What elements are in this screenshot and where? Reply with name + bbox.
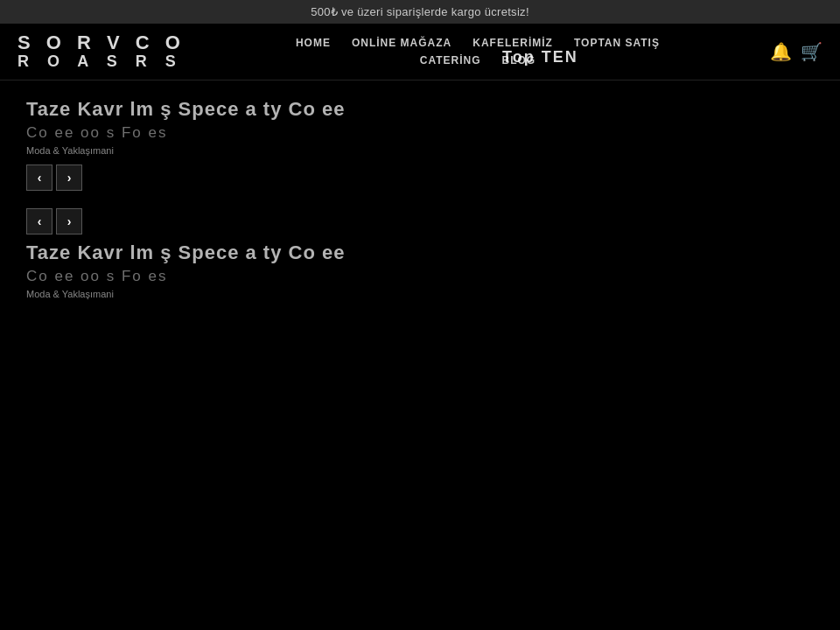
section1-tag: Moda & Yaklaşımani bbox=[26, 145, 814, 156]
header: S O R V C O R O A S R S HOME ONLİNE MAĞA… bbox=[0, 24, 840, 80]
extra-next-button[interactable]: › bbox=[56, 208, 82, 234]
extra-arrow-nav: ‹ › bbox=[26, 208, 814, 234]
section2-tag: Moda & Yaklaşımani bbox=[26, 289, 814, 299]
section1-next-button[interactable]: › bbox=[56, 164, 82, 191]
section1-title: Taze Kavr lm ş Spece a ty Co ee bbox=[26, 98, 814, 121]
section1-subtitle: Co ee oo s Fo es bbox=[26, 124, 814, 142]
nav-icons: 🔔 🛒 bbox=[770, 41, 822, 62]
bell-icon[interactable]: 🔔 bbox=[770, 41, 792, 62]
section-1: Taze Kavr lm ş Spece a ty Co ee Co ee oo… bbox=[26, 98, 814, 191]
section2-subtitle: Co ee oo s Fo es bbox=[26, 268, 814, 285]
nav-blog[interactable]: BLOG bbox=[502, 54, 536, 66]
extra-prev-button[interactable]: ‹ bbox=[26, 208, 52, 234]
cart-icon[interactable]: 🛒 bbox=[801, 41, 822, 62]
logo: S O R V C O R O A S R S bbox=[18, 32, 186, 71]
section1-arrow-nav: ‹ › bbox=[26, 164, 814, 191]
section2-title: Taze Kavr lm ş Spece a ty Co ee bbox=[26, 242, 814, 264]
nav-catering[interactable]: CATERİNG bbox=[420, 54, 481, 66]
nav-kafelerimiz[interactable]: KAFELERİMİZ bbox=[472, 37, 553, 49]
section-2: Taze Kavr lm ş Spece a ty Co ee Co ee oo… bbox=[26, 242, 814, 299]
announcement-bar: 500₺ ve üzeri siparişlerde kargo ücretsi… bbox=[0, 0, 840, 24]
nav-online-magaza[interactable]: ONLİNE MAĞAZA bbox=[352, 37, 452, 49]
section1-prev-button[interactable]: ‹ bbox=[26, 164, 52, 191]
main-content: Taze Kavr lm ş Spece a ty Co ee Co ee oo… bbox=[0, 80, 840, 334]
nav-center: HOME ONLİNE MAĞAZA KAFELERİMİZ TOPTAN SA… bbox=[296, 37, 660, 66]
logo-line2: R O A S R S bbox=[18, 53, 186, 71]
announcement-text: 500₺ ve üzeri siparişlerde kargo ücretsi… bbox=[311, 5, 529, 18]
logo-line1: S O R V C O bbox=[18, 32, 186, 53]
nav-row-2: CATERİNG BLOG bbox=[420, 54, 536, 66]
nav-toptan-satis[interactable]: TOPTAN SATIŞ bbox=[574, 37, 660, 49]
nav-row-1: HOME ONLİNE MAĞAZA KAFELERİMİZ TOPTAN SA… bbox=[296, 37, 660, 49]
nav-home[interactable]: HOME bbox=[296, 37, 331, 49]
